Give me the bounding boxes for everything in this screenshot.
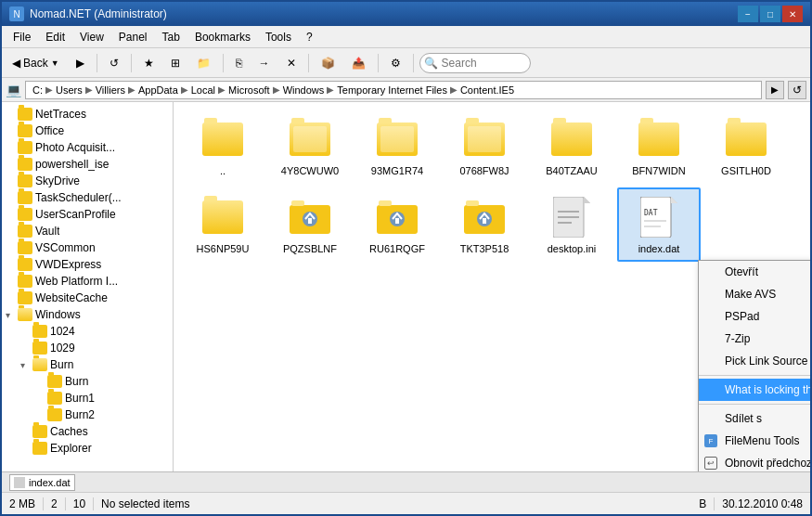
- breadcrumb-arrow-2: ▶: [85, 84, 93, 95]
- back-label: Back: [23, 57, 48, 70]
- breadcrumb-local[interactable]: Local: [188, 84, 218, 97]
- sidebar-item-skydrive[interactable]: SkyDrive: [2, 173, 173, 189]
- menu-tools[interactable]: Tools: [258, 29, 299, 45]
- search-icon: 🔍: [424, 57, 438, 70]
- address-input[interactable]: C: ▶ Users ▶ Villiers ▶ AppData ▶ Local …: [25, 81, 762, 99]
- sidebar-item-powershell[interactable]: powershell_ise: [2, 156, 173, 173]
- sidebar-item-vscommon[interactable]: VSCommon: [2, 239, 173, 256]
- sidebar-item-label: Windows: [35, 308, 81, 321]
- breadcrumb-content-ie5[interactable]: Content.IE5: [458, 84, 517, 97]
- sidebar-item-burn2[interactable]: Burn2: [2, 406, 173, 423]
- ctx-restore-versions[interactable]: ↩ Obnovit předchozí verze: [699, 452, 810, 471]
- file-name: 4Y8CWUW0: [281, 165, 339, 176]
- folder-icon: [47, 375, 62, 388]
- back-button[interactable]: ◀ Back ▼: [6, 53, 66, 73]
- ctx-open[interactable]: Otevřít: [699, 261, 810, 283]
- menu-edit[interactable]: Edit: [38, 29, 72, 45]
- sidebar-item-burn1[interactable]: Burn: [2, 373, 173, 390]
- sidebar-item-label: UserScanProfile: [35, 208, 116, 221]
- file-item-b40tzaau[interactable]: B40TZAAU: [530, 110, 613, 184]
- ctx-pick-link[interactable]: Pick Link Source: [699, 350, 810, 372]
- sidebar-item-userscanprofile[interactable]: UserScanProfile: [2, 206, 173, 223]
- file-item-dotdot[interactable]: ..: [181, 110, 264, 184]
- copy-button[interactable]: ⎘: [229, 53, 249, 73]
- file-item-desktop-ini[interactable]: desktop.ini: [530, 187, 613, 262]
- menu-panel[interactable]: Panel: [111, 29, 155, 45]
- menu-help[interactable]: ?: [299, 29, 320, 45]
- sidebar-item-vault[interactable]: Vault: [2, 223, 173, 239]
- file-item-ru61rqgf[interactable]: RU61RQGF: [355, 187, 439, 262]
- folder-icon: [32, 442, 47, 455]
- ctx-pspad[interactable]: PSPad: [699, 305, 810, 328]
- file-item-hs6np59u[interactable]: HS6NP59U: [181, 187, 264, 262]
- sidebar-item-1029[interactable]: 1029: [2, 340, 173, 356]
- sidebar-item-explorer[interactable]: Explorer: [2, 440, 173, 457]
- file-item-gsitlh0d[interactable]: GSITLH0D: [704, 110, 788, 184]
- menu-bookmarks[interactable]: Bookmarks: [187, 29, 258, 45]
- address-go-button[interactable]: ▶: [766, 81, 784, 99]
- breadcrumb-temp-files[interactable]: Temporary Internet Files: [334, 84, 450, 97]
- status-count2: 10: [73, 497, 85, 510]
- expand-arrow: ▾: [20, 360, 30, 370]
- menu-view[interactable]: View: [72, 29, 111, 45]
- sidebar-item-label: Vault: [35, 225, 59, 238]
- breadcrumb-appdata[interactable]: AppData: [135, 84, 181, 97]
- folder-icon-large: [200, 117, 245, 161]
- back-dropdown-icon[interactable]: ▼: [51, 58, 59, 68]
- breadcrumb-windows[interactable]: Windows: [280, 84, 328, 97]
- file-item-tkt3p518[interactable]: TKT3P518: [443, 187, 526, 262]
- ctx-locking[interactable]: What is locking this file?: [699, 379, 810, 401]
- sidebar-item-webplatform[interactable]: Web Platform I...: [2, 273, 173, 290]
- ctx-7zip[interactable]: 7-Zip ▶: [699, 328, 810, 350]
- address-bar: 💻 C: ▶ Users ▶ Villiers ▶ AppData ▶ Loca…: [2, 78, 810, 102]
- move-button[interactable]: →: [252, 53, 277, 73]
- close-button[interactable]: ✕: [782, 6, 803, 22]
- menu-file[interactable]: File: [6, 29, 38, 45]
- breadcrumb-users[interactable]: Users: [53, 84, 85, 97]
- favorites-button[interactable]: ★: [137, 53, 161, 73]
- breadcrumb-c[interactable]: C:: [30, 84, 45, 97]
- breadcrumb-microsoft[interactable]: Microsoft: [226, 84, 273, 97]
- toolbar-separator-3: [223, 54, 224, 72]
- refresh-button[interactable]: ↺: [103, 53, 125, 73]
- file-item-bfn7widn[interactable]: BFN7WIDN: [617, 110, 701, 184]
- ctx-filemenu[interactable]: F FileMenu Tools ▶: [699, 430, 810, 452]
- sidebar-item-label: Burn: [50, 358, 73, 371]
- sidebar-item-1024[interactable]: 1024: [2, 323, 173, 340]
- ctx-share[interactable]: Sdílet s ▶: [699, 407, 810, 430]
- breadcrumb-villiers[interactable]: Villiers: [93, 84, 128, 97]
- sidebar-item-caches[interactable]: Caches: [2, 423, 173, 440]
- search-input[interactable]: [442, 57, 516, 70]
- file-item-pqzsblnf[interactable]: PQZSBLNF: [268, 187, 352, 262]
- sidebar-item-burn1-child[interactable]: Burn1: [2, 390, 173, 406]
- title-bar: N Nomad.NET (Administrator) − □ ✕: [2, 2, 810, 26]
- sidebar-item-taskscheduler[interactable]: TaskScheduler(...: [2, 189, 173, 206]
- file-item-index-dat[interactable]: DAT index.dat: [617, 187, 701, 262]
- forward-button[interactable]: ▶: [70, 53, 91, 73]
- ctx-filemenu-label: FileMenu Tools: [725, 434, 799, 447]
- delete-button[interactable]: ✕: [280, 53, 303, 73]
- sidebar-item-vwdexpress[interactable]: VWDExpress: [2, 256, 173, 273]
- sidebar-item-windows[interactable]: ▾ Windows: [2, 306, 173, 323]
- file-item-4y8cwuw0[interactable]: 4Y8CWUW0: [268, 110, 352, 184]
- address-refresh-button[interactable]: ↺: [788, 81, 806, 99]
- new-folder-button[interactable]: 📁: [190, 53, 217, 73]
- sidebar-item-photo[interactable]: Photo Acquisit...: [2, 139, 173, 156]
- extract-button[interactable]: 📤: [345, 53, 372, 73]
- maximize-button[interactable]: □: [760, 6, 780, 22]
- view-toggle-button[interactable]: ⊞: [164, 53, 187, 73]
- ctx-make-avs[interactable]: Make AVS: [699, 283, 810, 305]
- minimize-button[interactable]: −: [738, 6, 758, 22]
- search-box[interactable]: 🔍: [419, 53, 531, 73]
- zip-button[interactable]: 📦: [315, 53, 342, 73]
- file-item-0768fw8j[interactable]: 0768FW8J: [443, 110, 526, 184]
- sidebar-item-nettraces[interactable]: NetTraces: [2, 106, 173, 123]
- file-item-93mg1r74[interactable]: 93MG1R74: [355, 110, 439, 184]
- settings-button[interactable]: ⚙: [384, 53, 407, 73]
- sidebar-item-burn-parent[interactable]: ▾ Burn: [2, 356, 173, 373]
- file-name: GSITLH0D: [721, 165, 771, 176]
- sidebar-item-office[interactable]: Office: [2, 123, 173, 139]
- extract-icon: 📤: [352, 57, 366, 70]
- menu-tab[interactable]: Tab: [155, 29, 187, 45]
- sidebar-item-websitecache[interactable]: WebsiteCache: [2, 290, 173, 306]
